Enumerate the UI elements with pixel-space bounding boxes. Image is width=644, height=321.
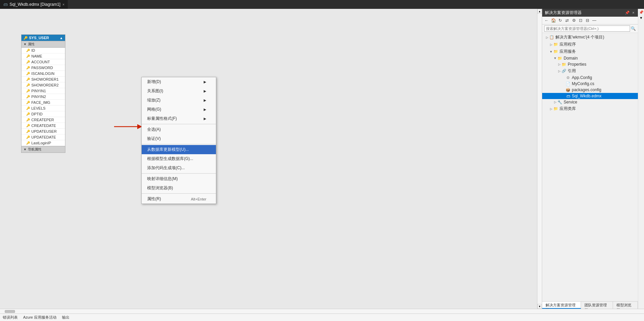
menu-item-properties-label: 属性(R) [147, 196, 161, 202]
appconfig-label: App.Config [572, 75, 592, 80]
se-strip-pin-icon[interactable]: 📌 [639, 10, 644, 15]
solution-icon: 📋 [549, 35, 554, 39]
menu-separator-2 [142, 144, 216, 144]
menu-item-diagram[interactable]: 关系图(I) ▶ [142, 86, 216, 96]
tree-item-lib[interactable]: ▷ 📁 应用类库 [542, 105, 638, 112]
tab-close-button[interactable]: × [62, 3, 64, 6]
field-CREATEDATE: 🔑CREATEDATE [21, 123, 65, 129]
menu-item-select-all-label: 全选(A) [147, 127, 161, 132]
domain-toggle[interactable]: ▼ [553, 57, 557, 60]
menu-item-grid[interactable]: 网格(G) ▶ [142, 105, 216, 114]
menu-item-properties-shortcut: Alt+Enter [191, 197, 206, 201]
menu-item-update-from-db[interactable]: 从数据库更新模型(U)... [142, 145, 216, 154]
references-toggle[interactable]: ▷ [557, 69, 561, 73]
bottom-bar-errors[interactable]: 错误列表 [3, 315, 18, 320]
service-toggle[interactable]: ▷ [553, 100, 557, 104]
se-tab-team-explorer[interactable]: 团队资源管理器 [581, 302, 613, 309]
solution-toggle[interactable]: ▷ [545, 36, 549, 39]
tree-item-domain[interactable]: ▼ 📁 Domain [542, 55, 638, 61]
app-toggle[interactable]: ▷ [549, 43, 553, 46]
solution-explorer-title-bar: 解决方案资源管理器 📌 × [542, 9, 638, 17]
tree-item-solution[interactable]: ▷ 📋 解决方案'wkmvc'(4 个项目) [542, 34, 638, 41]
se-close-button[interactable]: × [632, 11, 635, 15]
field-ID: 🔑ID [21, 48, 65, 53]
tree-item-edmx[interactable]: ▷ 🗃 Sql_Wkdb.edmx [542, 93, 638, 99]
field-UPDATEDATE: 🔑UPDATEDATE [21, 134, 65, 140]
menu-item-properties[interactable]: 属性(R) Alt+Enter [142, 194, 216, 204]
se-search-input[interactable] [544, 26, 630, 32]
active-tab[interactable]: 🗃 Sql_Wkdb.edmx [Diagram1] × [0, 0, 68, 9]
menu-item-model-browser[interactable]: 模型浏览器(B) [142, 183, 216, 193]
field-PASSWORD: 🔑PASSWORD [21, 65, 65, 71]
hscroll-thumb[interactable] [5, 310, 15, 313]
diagram-canvas[interactable]: 🔑 SYS_USER ▲ ▼ 属性 🔑ID 🔑NAME 🔑ACCOUNT 🔑PA… [0, 9, 537, 309]
menu-item-validate[interactable]: 验证(V) [142, 134, 216, 143]
field-NAME: 🔑NAME [21, 53, 65, 59]
tree-item-packages[interactable]: ▷ 📦 packages.config [542, 87, 638, 93]
appservice-icon: 📁 [553, 49, 559, 54]
menu-item-add-codegen[interactable]: 添加代码生成项(C)... [142, 163, 216, 173]
se-sync-button[interactable]: ⇄ [564, 17, 570, 23]
collapse-attributes-icon[interactable]: ▼ [23, 43, 27, 46]
tree-item-app[interactable]: ▷ 📁 应用程序 [542, 41, 638, 48]
menu-item-generate-db[interactable]: 根据模型生成数据库(G)... [142, 154, 216, 163]
menu-item-mapping[interactable]: 映射详细信息(M) [142, 174, 216, 183]
se-refresh-button[interactable]: ↻ [557, 17, 563, 23]
properties-toggle[interactable]: ▷ [557, 63, 561, 66]
se-title-icons: 📌 × [624, 11, 635, 15]
tree-item-references[interactable]: ▷ 🔗 引用 [542, 67, 638, 75]
se-tab-model-browser[interactable]: 模型浏览器 [613, 302, 638, 309]
menu-item-scalar[interactable]: 标量属性格式(F) ▶ [142, 114, 216, 123]
tab-title: Sql_Wkdb.edmx [Diagram1] [10, 2, 60, 7]
menu-item-add-codegen-label: 添加代码生成项(C)... [147, 165, 185, 171]
appservice-toggle[interactable]: ▼ [549, 50, 553, 53]
tab-icon: 🗃 [3, 2, 7, 7]
canvas-vscrollbar[interactable]: ▲ ▼ [537, 9, 542, 309]
se-collapse-button[interactable]: ⊟ [584, 17, 591, 23]
se-settings-button[interactable]: ⚙ [571, 17, 577, 23]
menu-item-zoom[interactable]: 缩放(Z) ▶ [142, 96, 216, 105]
menu-item-select-all[interactable]: 全选(A) [142, 125, 216, 134]
edmx-icon: 🗃 [565, 94, 571, 98]
vscroll-down-button[interactable]: ▼ [537, 304, 542, 309]
arrow-indicator [112, 123, 143, 131]
canvas-hscrollbar[interactable] [0, 309, 644, 314]
bottom-bar-output[interactable]: 输出 [62, 315, 69, 320]
entity-collapse-icon[interactable]: ▲ [60, 36, 63, 40]
se-filter-button[interactable]: ⊡ [578, 17, 584, 23]
vscroll-up-button[interactable]: ▲ [537, 9, 542, 14]
solution-explorer-title: 解决方案资源管理器 [545, 10, 582, 16]
context-menu: 新增(D) ▶ 关系图(I) ▶ 缩放(Z) ▶ 网格(G [141, 77, 216, 204]
field-ACCOUNT: 🔑ACCOUNT [21, 59, 65, 65]
menu-item-grid-arrow: ▶ [204, 108, 206, 111]
lib-toggle[interactable]: ▷ [549, 107, 553, 111]
se-strip-arrow-icon[interactable]: ▼ [640, 16, 643, 20]
bottom-bar-azure[interactable]: Azure 应用服务活动 [23, 315, 57, 320]
tree-item-appservice[interactable]: ▼ 📁 应用服务 [542, 48, 638, 55]
entity-box-sys-user[interactable]: 🔑 SYS_USER ▲ ▼ 属性 🔑ID 🔑NAME 🔑ACCOUNT 🔑PA… [21, 34, 65, 153]
se-more-button[interactable]: — [591, 17, 597, 23]
field-LastLoginIP: 🔑LastLoginIP [21, 140, 65, 146]
properties-icon: 📁 [561, 62, 567, 67]
solution-label: 解决方案'wkmvc'(4 个项目) [555, 34, 604, 40]
tree-item-myconfig[interactable]: ▷ 📄 MyConfig.cs [542, 81, 638, 87]
tree-item-properties[interactable]: ▷ 📁 Properties [542, 61, 638, 67]
lib-icon: 📁 [553, 107, 559, 111]
menu-item-scalar-arrow: ▶ [204, 117, 206, 121]
app-icon: 📁 [553, 42, 559, 47]
field-SHOWORDER2: 🔑SHOWORDER2 [21, 82, 65, 88]
properties-label: Properties [568, 62, 586, 67]
se-tab-solution-explorer[interactable]: 解决方案资源管理器 [542, 302, 581, 309]
collapse-nav-icon[interactable]: ▼ [23, 148, 27, 151]
menu-item-add-label: 新增(D) [147, 79, 161, 85]
menu-item-add[interactable]: 新增(D) ▶ [142, 77, 216, 86]
tree-item-service[interactable]: ▷ 🔧 Service [542, 99, 638, 105]
menu-item-zoom-label: 缩放(Z) [147, 97, 160, 103]
menu-item-model-browser-label: 模型浏览器(B) [147, 185, 173, 191]
se-pin-button[interactable]: 📌 [624, 11, 630, 15]
appservice-label: 应用服务 [560, 49, 576, 54]
se-home-button[interactable]: 🏠 [550, 17, 556, 23]
menu-item-generate-db-label: 根据模型生成数据库(G)... [147, 156, 193, 162]
se-back-button[interactable]: ← [544, 17, 550, 23]
tree-item-appconfig[interactable]: ▷ ⚙ App.Config [542, 75, 638, 81]
